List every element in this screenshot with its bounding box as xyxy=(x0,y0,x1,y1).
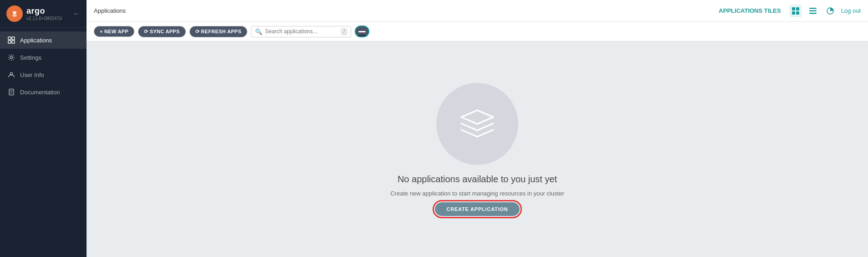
topbar-page-title: Applications xyxy=(94,7,126,14)
create-application-button[interactable]: CREATE APPLICATION xyxy=(435,202,519,216)
empty-icon-container xyxy=(436,83,518,165)
filter-toggle-button[interactable]: — xyxy=(355,26,369,37)
sidebar-item-user-info[interactable]: User Info xyxy=(0,66,87,83)
svg-rect-4 xyxy=(12,37,15,40)
sync-apps-button[interactable]: ⟳ SYNC APPS xyxy=(138,26,186,37)
sidebar: argo v2.11.6+089247d ← Applications xyxy=(0,0,87,257)
topbar: Applications APPLICATIONS TILES Log out xyxy=(87,0,868,22)
search-kbd: / xyxy=(341,28,347,35)
refresh-apps-button[interactable]: ⟳ REFRESH APPS xyxy=(189,26,247,37)
svg-rect-2 xyxy=(13,10,16,11)
toolbar: + NEW APP ⟳ SYNC APPS ⟳ REFRESH APPS 🔍 /… xyxy=(87,22,868,41)
topbar-right: APPLICATIONS TILES Log out xyxy=(719,5,861,17)
sidebar-logo: argo v2.11.6+089247d ← xyxy=(0,0,87,28)
search-container: 🔍 / xyxy=(251,26,351,37)
app-name: argo xyxy=(26,6,62,16)
user-icon xyxy=(7,71,15,79)
svg-rect-3 xyxy=(8,37,11,40)
sidebar-item-settings[interactable]: Settings xyxy=(0,49,87,66)
svg-rect-19 xyxy=(809,13,817,14)
app-version: v2.11.6+089247d xyxy=(26,16,62,21)
settings-icon xyxy=(7,53,15,62)
logo-text: argo v2.11.6+089247d xyxy=(26,6,62,21)
svg-rect-18 xyxy=(809,10,817,11)
sidebar-item-settings-label: Settings xyxy=(20,54,41,61)
sidebar-back-button[interactable]: ← xyxy=(73,10,80,18)
sidebar-item-applications-label: Applications xyxy=(20,37,52,44)
new-app-button[interactable]: + NEW APP xyxy=(94,26,134,37)
svg-rect-5 xyxy=(8,41,11,43)
svg-rect-17 xyxy=(809,8,817,9)
svg-point-7 xyxy=(10,57,13,59)
sidebar-nav: Applications Settings User Info xyxy=(0,28,87,257)
applications-tiles-label: APPLICATIONS TILES xyxy=(719,7,781,14)
empty-title: No applications available to you just ye… xyxy=(398,174,557,185)
sidebar-item-user-info-label: User Info xyxy=(20,72,44,78)
argo-logo-icon xyxy=(6,5,23,22)
filter-icon: — xyxy=(358,31,366,32)
svg-marker-21 xyxy=(461,110,493,124)
doc-icon xyxy=(7,88,15,96)
search-icon: 🔍 xyxy=(255,28,262,35)
sidebar-item-documentation-label: Documentation xyxy=(20,89,60,96)
content-area: No applications available to you just ye… xyxy=(87,41,868,257)
logout-button[interactable]: Log out xyxy=(841,7,861,14)
sidebar-item-documentation[interactable]: Documentation xyxy=(0,83,87,101)
empty-state: No applications available to you just ye… xyxy=(390,83,564,216)
search-input[interactable] xyxy=(265,28,338,35)
svg-point-8 xyxy=(10,72,13,75)
svg-point-1 xyxy=(12,14,17,17)
tile-view-button[interactable] xyxy=(789,5,802,17)
layers-icon xyxy=(457,103,498,144)
svg-rect-15 xyxy=(792,11,795,15)
empty-subtitle: Create new application to start managing… xyxy=(390,190,564,197)
chart-view-button[interactable] xyxy=(824,5,837,17)
sidebar-item-applications[interactable]: Applications xyxy=(0,31,87,49)
svg-rect-6 xyxy=(12,41,15,43)
svg-rect-13 xyxy=(792,7,795,10)
list-view-button[interactable] xyxy=(807,5,819,17)
main-content: Applications APPLICATIONS TILES Log out … xyxy=(87,0,868,257)
grid-icon xyxy=(7,36,15,44)
svg-rect-16 xyxy=(796,11,799,15)
svg-rect-14 xyxy=(796,7,799,10)
